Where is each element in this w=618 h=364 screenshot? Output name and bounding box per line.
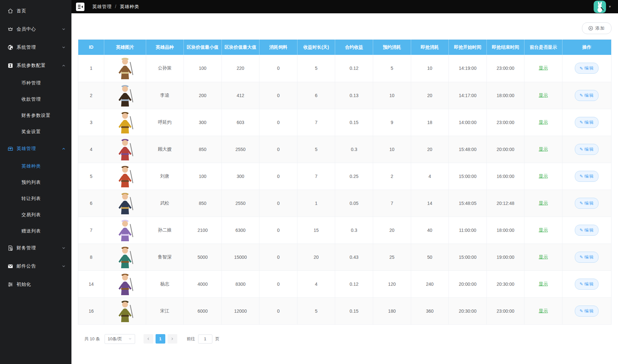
cell-actions: ✎编辑	[562, 244, 611, 270]
visible-link[interactable]: 显示	[539, 93, 548, 98]
cell-contract-profit: 0.05	[335, 190, 373, 217]
hero-image	[106, 192, 144, 215]
sidebar-item-finance-params[interactable]: 财务参数设置	[0, 107, 71, 123]
pencil-icon: ✎	[579, 228, 583, 232]
edit-button[interactable]: ✎编辑	[575, 171, 599, 182]
sidebar-item-trade-list[interactable]: 交易列表	[0, 207, 71, 223]
cell-block-max: 300	[221, 163, 259, 190]
cell-front-visible: 显示	[524, 163, 562, 190]
cell-contract-profit: 0.25	[335, 163, 373, 190]
edit-button[interactable]: ✎编辑	[575, 198, 599, 209]
column-header: 区块价值最大值	[221, 40, 259, 55]
pencil-icon: ✎	[579, 201, 583, 206]
cell-grab-start-time: 14:19:00	[449, 55, 487, 82]
cell-grab-end-time: 23:00:00	[486, 297, 524, 324]
edit-button[interactable]: ✎编辑	[575, 279, 599, 290]
sidebar-item-hero-management[interactable]: 英雄管理	[0, 140, 71, 158]
cell-actions: ✎编辑	[562, 163, 611, 190]
page-number-button[interactable]: 1	[156, 334, 165, 344]
cell-contract-profit: 0.3	[335, 136, 373, 163]
sidebar-item-system-params[interactable]: 系统参数配置	[0, 56, 71, 75]
cell-grab-cost: 40	[411, 217, 449, 244]
column-header: 英雄图片	[104, 40, 146, 55]
cell-profit-days: 20	[297, 244, 335, 270]
cell-hero-image	[104, 163, 146, 190]
chevron-up-icon	[62, 147, 66, 151]
cell-id: 5	[78, 163, 104, 190]
edit-button[interactable]: ✎编辑	[575, 90, 599, 101]
cell-reserve-cost: 25	[373, 244, 411, 270]
edit-button[interactable]: ✎编辑	[575, 252, 599, 263]
edit-button[interactable]: ✎编辑	[575, 63, 599, 74]
avatar[interactable]	[594, 1, 606, 13]
cell-hero-name: 鲁智深	[146, 244, 184, 270]
edit-button[interactable]: ✎编辑	[575, 306, 599, 317]
visible-link[interactable]: 显示	[539, 119, 548, 125]
visible-link[interactable]: 显示	[539, 254, 548, 259]
visible-link[interactable]: 显示	[539, 173, 548, 179]
column-header: 区块价值最小值	[184, 40, 222, 55]
cell-grab-end-time: 20:12:48	[486, 190, 524, 217]
cell-front-visible: 显示	[524, 136, 562, 163]
chevron-down-icon	[62, 45, 66, 49]
next-page-button[interactable]	[168, 334, 177, 344]
edit-button[interactable]: ✎编辑	[575, 117, 599, 128]
cell-grab-start-time: 11:00:00	[449, 217, 487, 244]
cell-profit-days: 5	[297, 55, 335, 82]
visible-link[interactable]: 显示	[539, 146, 548, 152]
visible-link[interactable]: 显示	[539, 281, 548, 286]
breadcrumb-item[interactable]: 英雄管理	[92, 4, 112, 9]
visible-link[interactable]: 显示	[539, 308, 548, 313]
avatar-dropdown-caret[interactable]: ▼	[608, 5, 612, 8]
pencil-icon: ✎	[579, 308, 583, 313]
visible-link[interactable]: 显示	[539, 227, 548, 232]
visible-link[interactable]: 显示	[539, 65, 548, 70]
prev-page-button[interactable]	[144, 334, 153, 344]
sidebar-item-finance-management[interactable]: 财务管理	[0, 239, 71, 257]
hero-image	[106, 245, 144, 269]
cell-reserve-cost: 2	[373, 163, 411, 190]
sidebar-item-mail-announcement[interactable]: 邮件公告	[0, 257, 71, 275]
goto-label: 前往	[187, 336, 195, 342]
edit-button[interactable]: ✎编辑	[575, 225, 599, 236]
sidebar-item-currency-management[interactable]: 币种管理	[0, 75, 71, 91]
sidebar-item-bonus-settings[interactable]: 奖金设置	[0, 123, 71, 140]
cell-block-min: 100	[184, 163, 222, 190]
cell-profit-days: 5	[297, 136, 335, 163]
add-button[interactable]: 添加	[582, 22, 612, 34]
sidebar-item-hero-types[interactable]: 英雄种类	[0, 158, 71, 174]
chevron-up-icon	[62, 64, 66, 68]
sidebar-item-initialization[interactable]: 初始化	[0, 275, 71, 294]
sidebar-item-home[interactable]: 首页	[0, 2, 71, 20]
sidebar-item-member-center[interactable]: 会员中心	[0, 20, 71, 38]
cell-id: 6	[78, 190, 104, 217]
sidebar-fold-icon[interactable]	[76, 3, 84, 11]
cell-actions: ✎编辑	[562, 297, 611, 324]
sidebar-item-gift-list[interactable]: 赠送列表	[0, 223, 71, 239]
sidebar-item-reservation-list[interactable]: 预约列表	[0, 174, 71, 190]
cell-block-max: 603	[221, 109, 259, 136]
cell-block-max: 6300	[221, 217, 259, 244]
edit-button[interactable]: ✎编辑	[575, 144, 599, 155]
page-size-select[interactable]: 10条/页	[105, 334, 135, 344]
cell-grab-cost: 18	[411, 109, 449, 136]
visible-link[interactable]: 显示	[539, 200, 548, 206]
goto-page-input[interactable]	[198, 334, 212, 344]
cell-hero-image	[104, 109, 146, 136]
cell-id: 8	[78, 244, 104, 270]
cell-front-visible: 显示	[524, 244, 562, 270]
cell-front-visible: 显示	[524, 190, 562, 217]
sidebar-item-payment-management[interactable]: 收款管理	[0, 91, 71, 107]
cell-grab-cost: 10	[411, 55, 449, 82]
pencil-icon: ✎	[579, 147, 583, 152]
cell-block-min: 2100	[184, 217, 222, 244]
sidebar-item-transfer-list[interactable]: 转让列表	[0, 190, 71, 207]
cell-hero-name: 宋江	[146, 297, 184, 324]
table-header: ID英雄图片英雄品种区块价值最小值区块价值最大值消耗饲料收益时长(天)合约收益预…	[78, 40, 612, 55]
cell-front-visible: 显示	[524, 270, 562, 297]
cell-hero-name: 刘唐	[146, 163, 184, 190]
sidebar-item-system-management[interactable]: 系统管理	[0, 38, 71, 56]
cell-id: 16	[78, 297, 104, 324]
cell-grab-end-time: 23:00:00	[486, 109, 524, 136]
cell-profit-days: 7	[297, 109, 335, 136]
